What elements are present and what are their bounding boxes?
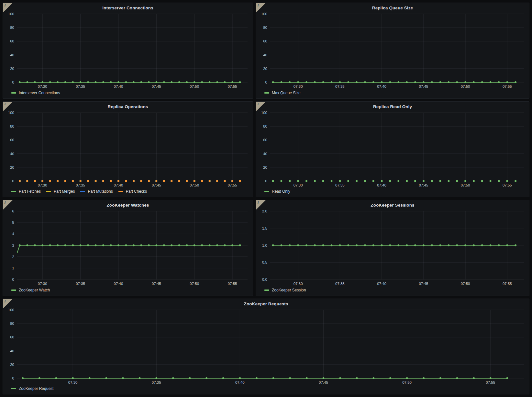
legend-series-swatch	[11, 191, 16, 192]
svg-text:60: 60	[10, 138, 14, 142]
grafana-dashboard: i Interserver Connections 10080604020007…	[0, 0, 532, 397]
svg-text:07:30: 07:30	[294, 183, 303, 187]
panel-info-corner[interactable]: i	[3, 102, 13, 111]
chart-plot-area: 2.01.51.00.50.007:3007:3507:4007:4507:50…	[256, 209, 529, 287]
panel-replica-queue-size: i Replica Queue Size 10080604020007:3007…	[256, 3, 529, 99]
chart-plot-area: 10080604020007:3007:3507:4007:4507:5007:…	[256, 11, 529, 90]
legend-item[interactable]: Part Checks	[118, 189, 147, 194]
time-series-chart[interactable]: 10080604020007:3007:3507:4007:4507:5007:…	[3, 11, 253, 90]
svg-text:0.5: 0.5	[262, 260, 267, 264]
legend-item[interactable]: ZooKeeper Session	[264, 288, 306, 292]
svg-text:40: 40	[10, 349, 14, 353]
legend-series-swatch	[264, 92, 269, 94]
time-series-chart[interactable]: 2.01.51.00.50.007:3007:3507:4007:4507:50…	[256, 209, 529, 287]
chart-plot-area: 10080604020007:3007:3507:4007:4507:5007:…	[3, 11, 253, 90]
svg-text:07:50: 07:50	[190, 282, 199, 286]
panel-title[interactable]: ZooKeeper Sessions	[256, 200, 529, 209]
svg-text:07:50: 07:50	[402, 380, 412, 384]
svg-text:07:55: 07:55	[228, 183, 237, 187]
legend-series-label: Max Queue Size	[272, 91, 301, 95]
legend-series-swatch	[11, 289, 16, 291]
panel-zookeeper-sessions: i ZooKeeper Sessions 2.01.51.00.50.007:3…	[256, 200, 529, 296]
legend-series-label: Part Merges	[54, 189, 75, 194]
panel-info-corner[interactable]: i	[256, 102, 266, 111]
panel-info-corner[interactable]: i	[3, 299, 13, 309]
svg-text:20: 20	[263, 165, 267, 169]
legend: ZooKeeper Session	[256, 287, 529, 296]
legend: Max Queue Size	[256, 90, 529, 98]
legend-item[interactable]: Read Only	[264, 189, 290, 194]
svg-text:20: 20	[263, 67, 267, 71]
svg-text:1.5: 1.5	[262, 226, 267, 230]
panel-title[interactable]: Replica Operations	[3, 102, 253, 110]
svg-text:07:55: 07:55	[503, 183, 512, 187]
legend-item[interactable]: Part Mutations	[80, 189, 113, 194]
svg-text:07:35: 07:35	[335, 282, 345, 286]
legend-series-swatch	[80, 191, 85, 192]
legend-item[interactable]: Part Merges	[46, 189, 75, 194]
panel-title[interactable]: ZooKeeper Watches	[3, 200, 253, 209]
legend: Part FetchesPart MergesPart MutationsPar…	[3, 188, 253, 197]
chart-plot-area: 10080604020007:3007:3507:4007:4507:5007:…	[256, 110, 529, 189]
svg-text:07:50: 07:50	[461, 85, 470, 88]
svg-text:07:40: 07:40	[235, 380, 245, 384]
svg-text:0: 0	[265, 80, 267, 84]
time-series-chart[interactable]: 10080604020007:3007:3507:4007:4507:5007:…	[3, 110, 253, 189]
svg-text:20: 20	[10, 165, 14, 169]
svg-text:07:40: 07:40	[377, 85, 386, 88]
panel-zookeeper-watches: i ZooKeeper Watches 654321007:3007:3507:…	[3, 200, 253, 296]
svg-text:1.0: 1.0	[262, 244, 267, 247]
info-icon: i	[258, 102, 259, 106]
svg-text:5: 5	[12, 221, 14, 224]
legend-series-swatch	[118, 191, 123, 192]
panel-title[interactable]: Replica Queue Size	[256, 3, 529, 11]
panel-info-corner[interactable]: i	[256, 3, 266, 13]
panel-replica-operations: i Replica Operations 10080604020007:3007…	[3, 101, 253, 198]
legend-item[interactable]: Max Queue Size	[264, 91, 301, 95]
info-icon: i	[5, 102, 6, 106]
svg-text:07:30: 07:30	[68, 380, 78, 384]
panel-title[interactable]: Replica Read Only	[256, 102, 529, 110]
panel-title[interactable]: Interserver Connections	[3, 3, 253, 11]
legend-item[interactable]: ZooKeeper Watch	[11, 288, 50, 292]
panel-info-corner[interactable]: i	[3, 3, 13, 13]
legend-series-label: Part Checks	[126, 189, 147, 194]
legend-item[interactable]: Part Fetches	[11, 189, 41, 194]
time-series-chart[interactable]: 10080604020007:3007:3507:4007:4507:5007:…	[256, 110, 529, 189]
svg-text:07:55: 07:55	[228, 85, 237, 88]
panel-info-corner[interactable]: i	[256, 200, 266, 210]
svg-text:07:45: 07:45	[152, 183, 161, 187]
svg-text:20: 20	[10, 67, 14, 71]
panel-info-corner[interactable]: i	[3, 200, 13, 210]
svg-text:07:45: 07:45	[419, 85, 428, 88]
svg-text:20: 20	[10, 362, 14, 366]
svg-text:07:50: 07:50	[190, 183, 199, 187]
svg-text:07:55: 07:55	[503, 282, 512, 286]
svg-text:0: 0	[12, 278, 14, 281]
time-series-chart[interactable]: 654321007:3007:3507:4007:4507:5007:55	[3, 209, 253, 287]
svg-text:60: 60	[263, 138, 267, 142]
chart-plot-area: 10080604020007:3007:3507:4007:4507:5007:…	[3, 307, 529, 386]
svg-text:07:35: 07:35	[335, 85, 345, 88]
legend-item[interactable]: ZooKeeper Request	[11, 386, 53, 391]
svg-text:0: 0	[12, 376, 14, 380]
time-series-chart[interactable]: 10080604020007:3007:3507:4007:4507:5007:…	[256, 11, 529, 90]
svg-text:40: 40	[263, 152, 267, 155]
legend-item[interactable]: Interserver Connections	[11, 91, 60, 95]
svg-text:07:35: 07:35	[76, 282, 85, 286]
svg-text:0.0: 0.0	[262, 278, 267, 281]
legend-series-swatch	[11, 92, 16, 94]
panel-title[interactable]: ZooKeeper Requests	[3, 299, 529, 307]
svg-text:0: 0	[265, 179, 267, 183]
time-series-chart[interactable]: 10080604020007:3007:3507:4007:4507:5007:…	[3, 307, 529, 386]
svg-text:40: 40	[10, 152, 14, 155]
svg-text:07:55: 07:55	[503, 85, 512, 88]
info-icon: i	[5, 299, 6, 303]
svg-text:07:45: 07:45	[419, 183, 428, 187]
info-icon: i	[258, 200, 259, 204]
svg-text:07:40: 07:40	[114, 183, 123, 187]
legend-series-swatch	[46, 191, 51, 192]
svg-text:80: 80	[263, 26, 267, 29]
svg-text:07:30: 07:30	[294, 282, 303, 286]
svg-text:40: 40	[10, 53, 14, 57]
